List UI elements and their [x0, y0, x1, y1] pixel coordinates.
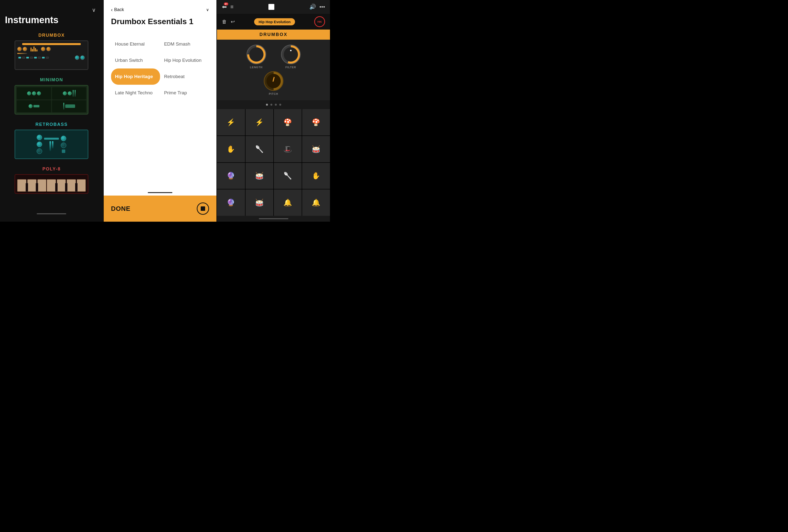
- volume-icon[interactable]: 🔊: [309, 4, 316, 10]
- minimon-slider: [63, 103, 64, 110]
- poly8-key: [17, 179, 26, 192]
- preset-retrobeat[interactable]: Retrobeat: [160, 68, 209, 85]
- pad-14[interactable]: 🥁: [245, 190, 273, 216]
- dot-1[interactable]: [266, 104, 268, 106]
- drumbox-visual: [15, 40, 88, 70]
- drumbox-instrument-title: DRUMBOX: [217, 29, 330, 40]
- instrument-minimon[interactable]: MINIMON: [5, 77, 98, 115]
- drumbox-label: DRUMBOX: [38, 33, 65, 38]
- pitch-knob-container: PITCH: [264, 71, 283, 95]
- presets-panel: ‹ Back ∨ Drumbox Essentials 1 House Eter…: [104, 0, 217, 222]
- minimon-knob: [63, 91, 67, 95]
- drumbox-step: [42, 57, 45, 59]
- stop-button-sm[interactable]: [269, 4, 274, 10]
- pitch-knob[interactable]: [264, 71, 283, 91]
- retrobass-rect: [62, 150, 65, 153]
- rec-button[interactable]: rec: [314, 16, 325, 27]
- preset-hip-hop-heritage[interactable]: Hip Hop Heritage: [111, 68, 160, 85]
- home-bar: [37, 213, 66, 214]
- dot-4[interactable]: [279, 104, 281, 106]
- home-bar: [259, 218, 288, 219]
- pad-7[interactable]: 🎩: [274, 136, 302, 162]
- instrument-retrobass[interactable]: RETROBASS: [5, 122, 98, 159]
- retrobass-knob: [37, 135, 42, 140]
- dot-3[interactable]: [275, 104, 277, 106]
- player-toolbar: 🗑 ↩ Hip Hop Evolution rec: [217, 14, 330, 29]
- stop-button[interactable]: [197, 202, 209, 215]
- instruments-panel: ∨ Instruments DRUMBOX: [0, 0, 103, 222]
- home-bar: [148, 192, 172, 193]
- preset-edm-smash[interactable]: EDM Smash: [160, 36, 209, 52]
- preset-hip-hop-evolution[interactable]: Hip Hop Evolution: [160, 52, 209, 68]
- filter-knob[interactable]: [281, 44, 301, 64]
- dot-2[interactable]: [270, 104, 272, 106]
- undo-icon[interactable]: ↩: [231, 19, 235, 25]
- presets-title: Drumbox Essentials 1: [111, 17, 209, 26]
- knobs-row: LENGTH FILTER: [247, 44, 301, 69]
- retrobass-slider: [50, 141, 51, 151]
- retrobass-display: [44, 138, 59, 140]
- trash-icon[interactable]: 🗑: [222, 19, 227, 25]
- minimon-knob: [28, 104, 33, 108]
- pad-15[interactable]: 🔔: [274, 190, 302, 216]
- preset-prime-trap[interactable]: Prime Trap: [160, 85, 209, 101]
- back-button[interactable]: ‹ Back: [111, 7, 124, 13]
- hand-icon: ✋: [312, 172, 320, 180]
- retrobass-visual: [15, 130, 88, 159]
- stop-square-icon: [201, 206, 205, 211]
- pad-4[interactable]: 🍄: [302, 109, 330, 136]
- drumbox-step: [34, 57, 37, 59]
- done-label[interactable]: DONE: [111, 205, 131, 213]
- mushroom-icon: 🍄: [312, 118, 320, 126]
- preset-urban-switch[interactable]: Urban Switch: [111, 52, 160, 68]
- pad-5[interactable]: ✋: [217, 136, 245, 162]
- preset-house-eternal[interactable]: House Eternal: [111, 36, 160, 52]
- chevron-down-icon[interactable]: ∨: [92, 7, 96, 13]
- pad-2[interactable]: ⚡: [245, 109, 273, 136]
- pad-1[interactable]: ⚡: [217, 109, 245, 136]
- pad-9[interactable]: 🔮: [217, 163, 245, 189]
- pad-12[interactable]: ✋: [302, 163, 330, 189]
- pad-10[interactable]: 🥁: [245, 163, 273, 189]
- preset-late-night-techno[interactable]: Late Night Techno: [111, 85, 160, 101]
- retrobass-knob: [37, 149, 42, 154]
- poly8-key: [75, 183, 78, 192]
- chevron-down-icon[interactable]: ∨: [206, 7, 209, 12]
- pad-8[interactable]: 🥁: [302, 136, 330, 162]
- player-topbar-right: 🔊 •••: [309, 4, 325, 10]
- toolbar-left: 🗑 ↩: [222, 19, 235, 25]
- drumbox-knob: [17, 47, 22, 51]
- minimon-label: MINIMON: [40, 77, 63, 82]
- notification-badge[interactable]: ⬅ 9+: [222, 3, 227, 11]
- instrument-drumbox[interactable]: DRUMBOX: [5, 33, 98, 70]
- back-label: Back: [114, 7, 124, 12]
- retrobass-knob: [37, 142, 42, 147]
- pad-16[interactable]: 🔔: [302, 190, 330, 216]
- instrument-poly8[interactable]: POLY-8: [5, 166, 98, 194]
- drumbox-knob: [41, 47, 45, 51]
- minimon-visual: [15, 85, 88, 115]
- pad-6[interactable]: 🥄: [245, 136, 273, 162]
- more-options-icon[interactable]: •••: [319, 4, 325, 10]
- knob-inner: [284, 47, 298, 62]
- minimon-knob: [32, 91, 36, 95]
- pad-3[interactable]: 🍄: [274, 109, 302, 136]
- menu-lines-icon[interactable]: ≡: [230, 4, 233, 10]
- instruments-title: Instruments: [5, 15, 58, 25]
- preset-chip[interactable]: Hip Hop Evolution: [254, 18, 295, 25]
- drumbox-slider: [17, 53, 27, 54]
- drumbox-knob: [46, 47, 51, 51]
- length-knob[interactable]: [247, 44, 266, 64]
- drumbox-step: [18, 57, 21, 59]
- pad-13[interactable]: 🔮: [217, 190, 245, 216]
- presets-footer: DONE: [104, 196, 217, 222]
- drumbox-step: [26, 57, 29, 59]
- poly8-key: [26, 183, 28, 192]
- pad-11[interactable]: 🥄: [274, 163, 302, 189]
- drumbox-knob: [80, 55, 85, 60]
- minimon-display: [65, 104, 75, 108]
- home-indicator: [217, 216, 330, 222]
- knobs-area: LENGTH FILTER PITCH: [217, 40, 330, 100]
- pads-grid: ⚡ ⚡ 🍄 🍄 ✋ 🥄 🎩 🥁 🔮 🥁 🥄: [217, 109, 330, 216]
- cymbal-icon: 🔔: [312, 198, 320, 206]
